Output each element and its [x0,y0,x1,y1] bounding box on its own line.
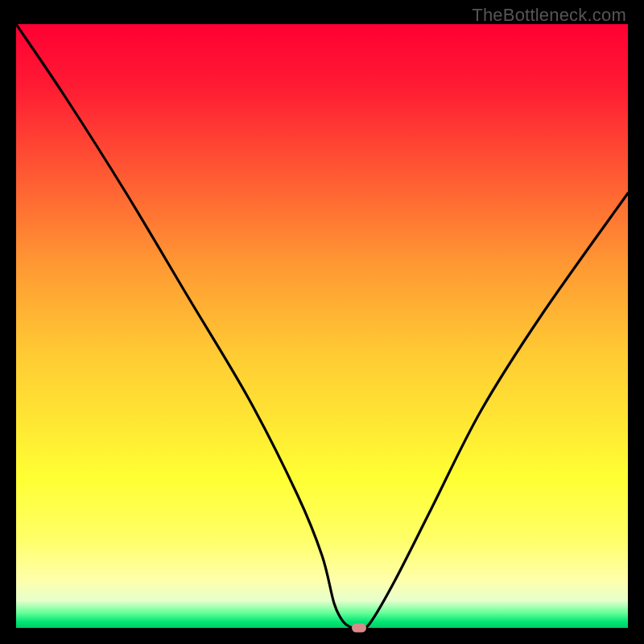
minimum-marker [352,624,366,633]
plot-area [16,24,628,628]
chart-frame: TheBottleneck.com [0,0,644,644]
bottleneck-curve [16,24,628,628]
watermark-text: TheBottleneck.com [472,5,626,26]
